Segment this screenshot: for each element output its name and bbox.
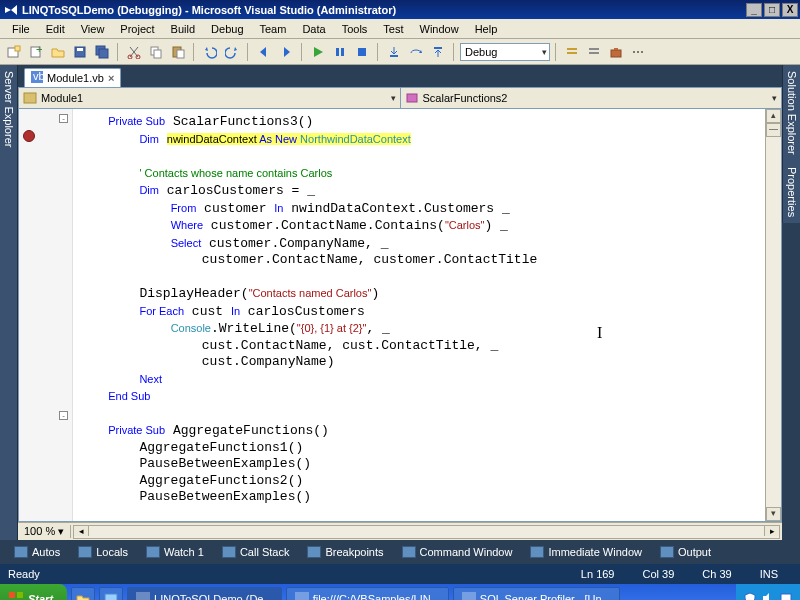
menu-help[interactable]: Help [467,21,506,37]
server-explorer-tab[interactable]: Server Explorer [0,65,18,540]
svg-rect-36 [105,594,117,600]
member-dropdown[interactable]: ScalarFunctions2 [401,88,782,108]
scroll-down-icon[interactable]: ▾ [766,507,781,521]
solution-explorer-tab[interactable]: Solution Explorer [782,65,800,161]
tool-window-icon [222,546,236,558]
quick-launch-explorer[interactable] [71,587,95,600]
menu-project[interactable]: Project [112,21,162,37]
break-all-icon[interactable] [330,42,350,62]
properties-tab[interactable]: Properties [782,161,800,223]
menu-test[interactable]: Test [375,21,411,37]
nav-back-icon[interactable] [254,42,274,62]
comment-icon[interactable] [562,42,582,62]
bottom-tab-locals[interactable]: Locals [70,543,136,561]
vertical-scrollbar[interactable]: ▴ — ▾ [765,109,781,521]
tool-window-icon [14,546,28,558]
close-button[interactable]: X [782,3,798,17]
scope-dropdown[interactable]: Module1 [19,88,401,108]
method-icon [405,92,419,104]
start-debug-icon[interactable] [308,42,328,62]
svg-rect-13 [177,50,184,58]
scroll-up-icon[interactable]: ▴ [766,109,781,123]
horizontal-scrollbar[interactable] [73,525,780,539]
system-tray[interactable] [736,584,800,600]
minimize-button[interactable]: _ [746,3,762,17]
taskbar-item[interactable]: SQL Server Profiler - [Un... [453,587,620,600]
bottom-tab-breakpoints[interactable]: Breakpoints [299,543,391,561]
menu-build[interactable]: Build [163,21,203,37]
svg-text:vb: vb [33,71,43,82]
document-tab[interactable]: vb Module1.vb × [24,68,121,87]
cut-icon[interactable] [124,42,144,62]
quick-launch-desktop[interactable] [99,587,123,600]
svg-rect-40 [781,594,791,600]
start-button[interactable]: Start [0,584,67,600]
bottom-tab-command-window[interactable]: Command Window [394,543,521,561]
menu-edit[interactable]: Edit [38,21,73,37]
step-into-icon[interactable] [384,42,404,62]
taskbar-item[interactable]: LINQToSQLDemo (De... [127,587,282,600]
split-handle[interactable]: — [766,123,781,137]
svg-rect-18 [434,47,442,49]
bottom-tab-call-stack[interactable]: Call Stack [214,543,298,561]
tray-network-icon[interactable] [780,592,792,600]
scope-label: Module1 [41,92,83,104]
bottom-tab-watch-1[interactable]: Watch 1 [138,543,212,561]
paste-icon[interactable] [168,42,188,62]
menu-debug[interactable]: Debug [203,21,251,37]
uncomment-icon[interactable] [584,42,604,62]
taskbar-item[interactable]: file:///C:/VBSamples/LIN... [286,587,449,600]
undo-icon[interactable] [200,42,220,62]
editor-gutter[interactable]: - - [19,109,73,521]
stop-debug-icon[interactable] [352,42,372,62]
new-project-icon[interactable] [4,42,24,62]
tool-window-icon [146,546,160,558]
tool-window-icon [307,546,321,558]
bottom-tab-immediate-window[interactable]: Immediate Window [522,543,650,561]
copy-icon[interactable] [146,42,166,62]
step-over-icon[interactable] [406,42,426,62]
outline-collapse-icon[interactable]: - [59,411,68,420]
breakpoint-marker[interactable] [23,130,35,142]
menu-window[interactable]: Window [412,21,467,37]
maximize-button[interactable]: □ [764,3,780,17]
bottom-tab-autos[interactable]: Autos [6,543,68,561]
config-dropdown[interactable]: Debug [460,43,550,61]
svg-point-27 [641,51,643,53]
svg-rect-33 [17,592,23,598]
code-editor[interactable]: - - Private Sub ScalarFunctions3() Dim n… [18,109,782,522]
status-line: Ln 169 [567,568,629,580]
standard-toolbar: + Debug [0,39,800,65]
menu-file[interactable]: File [4,21,38,37]
svg-rect-24 [614,48,618,50]
nav-dropdown-row: Module1 ScalarFunctions2 [18,87,782,109]
save-icon[interactable] [70,42,90,62]
menu-tools[interactable]: Tools [334,21,376,37]
tray-shield-icon[interactable] [744,592,756,600]
step-out-icon[interactable] [428,42,448,62]
menu-data[interactable]: Data [294,21,333,37]
toolbox-icon[interactable] [606,42,626,62]
redo-icon[interactable] [222,42,242,62]
svg-rect-37 [136,592,150,600]
close-tab-icon[interactable]: × [108,72,114,84]
svg-rect-22 [589,52,599,54]
menu-view[interactable]: View [73,21,113,37]
svg-rect-19 [567,48,577,50]
add-item-icon[interactable]: + [26,42,46,62]
vs-logo-icon [4,3,18,17]
outline-collapse-icon[interactable]: - [59,114,68,123]
svg-rect-20 [567,52,577,54]
code-area[interactable]: Private Sub ScalarFunctions3() Dim nwind… [73,109,765,521]
zoom-dropdown[interactable]: 100 % ▾ [18,525,71,538]
tray-volume-icon[interactable] [762,592,774,600]
save-all-icon[interactable] [92,42,112,62]
windows-taskbar: Start LINQToSQLDemo (De...file:///C:/VBS… [0,584,800,600]
svg-rect-38 [295,592,309,600]
open-icon[interactable] [48,42,68,62]
status-ready: Ready [8,568,40,580]
more-icon[interactable] [628,42,648,62]
nav-fwd-icon[interactable] [276,42,296,62]
menu-team[interactable]: Team [252,21,295,37]
bottom-tab-output[interactable]: Output [652,543,719,561]
